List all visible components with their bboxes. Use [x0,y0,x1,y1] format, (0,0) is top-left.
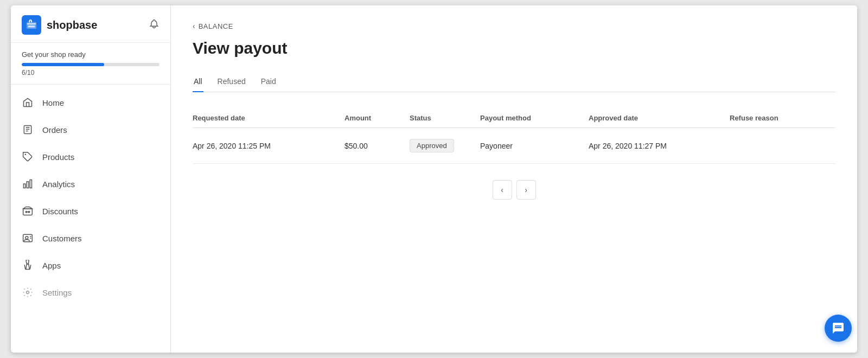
pagination: ‹ › [193,180,835,200]
apps-label: Apps [42,261,61,270]
sidebar-item-settings[interactable]: Settings [11,279,170,306]
sidebar-item-discounts[interactable]: Discounts [11,197,170,225]
apps-icon [22,259,34,271]
progress-label: Get your shop ready [22,50,159,59]
table-row: Apr 26, 2020 11:25 PM $50.00 Approved Pa… [193,128,835,164]
status-badge: Approved [410,139,454,152]
col-status: Status [410,114,480,122]
cell-amount: $50.00 [344,142,410,150]
svg-point-12 [25,236,28,239]
svg-rect-1 [28,25,35,28]
cell-status: Approved [410,139,480,152]
progress-count: 6/10 [22,69,159,76]
products-label: Products [42,152,74,162]
col-amount: Amount [344,114,410,122]
svg-point-13 [27,291,29,294]
tab-all[interactable]: All [193,73,203,92]
cell-approved-date: Apr 26, 2020 11:27 PM [589,142,730,150]
payout-table: Requested date Amount Status Payout meth… [193,108,835,164]
progress-bar-background [22,63,159,66]
tab-refused[interactable]: Refused [216,73,247,92]
svg-rect-6 [30,180,31,188]
svg-point-3 [25,154,27,156]
home-icon [22,97,34,108]
sidebar-item-analytics[interactable]: Analytics [11,170,170,197]
analytics-label: Analytics [42,180,75,189]
chat-button[interactable] [825,315,852,342]
settings-label: Settings [42,288,72,297]
discounts-icon [22,205,34,217]
analytics-icon [22,178,34,190]
progress-bar-fill [22,63,104,66]
col-requested-date: Requested date [193,114,344,122]
orders-label: Orders [42,125,67,135]
shopbase-logo-icon [22,15,41,35]
col-refuse-reason: Refuse reason [730,114,835,122]
products-icon [22,151,34,163]
main-inner: ‹ Balance View payout All Refused Paid R… [171,5,857,353]
sidebar-item-orders[interactable]: Orders [11,116,170,143]
breadcrumb-chevron-icon: ‹ [193,22,195,30]
main-content: ‹ Balance View payout All Refused Paid R… [171,5,857,353]
table-header: Requested date Amount Status Payout meth… [193,108,835,128]
customers-icon [22,232,34,244]
cell-requested-date: Apr 26, 2020 11:25 PM [193,142,344,150]
settings-icon [22,286,34,298]
customers-label: Customers [42,234,82,243]
svg-rect-2 [24,126,31,134]
discounts-label: Discounts [42,207,78,216]
col-approved-date: Approved date [589,114,730,122]
notification-icon[interactable] [149,18,159,31]
sidebar-item-apps[interactable]: Apps [11,252,170,279]
svg-rect-5 [27,182,28,188]
logo-text: shopbase [47,19,97,31]
tabs-container: All Refused Paid [193,73,835,92]
cell-payout-method: Payoneer [480,142,589,150]
next-page-button[interactable]: › [516,180,536,200]
breadcrumb-text: Balance [199,22,233,30]
sidebar-header: shopbase [11,5,170,43]
svg-rect-4 [24,184,25,188]
prev-page-button[interactable]: ‹ [493,180,512,200]
col-payout-method: Payout method [480,114,589,122]
orders-icon [22,124,34,136]
logo-area: shopbase [22,15,97,35]
tab-paid[interactable]: Paid [260,73,277,92]
shop-progress: Get your shop ready 6/10 [11,43,170,85]
breadcrumb[interactable]: ‹ Balance [193,22,835,30]
home-label: Home [42,98,64,107]
page-title: View payout [193,39,835,57]
sidebar-item-products[interactable]: Products [11,143,170,170]
sidebar-item-customers[interactable]: Customers [11,225,170,252]
sidebar-item-home[interactable]: Home [11,89,170,116]
sidebar: shopbase Get your shop ready 6/10 [11,5,171,353]
sidebar-nav: Home Orders [11,85,170,353]
